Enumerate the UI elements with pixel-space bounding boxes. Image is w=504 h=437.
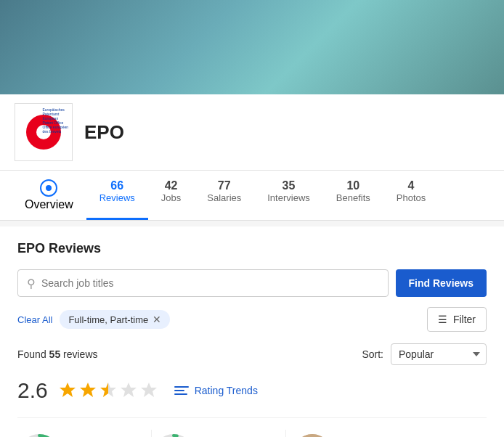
ceo-avatar [292,434,333,437]
tab-salaries-count: 77 [207,179,241,192]
tab-overview[interactable]: Overview [12,171,86,220]
tab-reviews[interactable]: 66 Reviews [86,171,148,220]
sort-label: Sort: [362,348,383,360]
filter-button-label: Filter [453,314,476,325]
tab-benefits-count: 10 [336,179,370,192]
star-1 [58,381,77,400]
results-row: Found 55 reviews Sort: Popular Recent Hi… [17,343,487,365]
star-3 [99,381,118,400]
svg-marker-2 [100,383,116,397]
recommend-circle: 27% [17,433,61,437]
recommend-stat: 27% Recommend to a Friend [17,430,152,437]
find-reviews-button[interactable]: Find Reviews [396,269,487,297]
active-filter-chip: Full-time, Part-time ✕ [60,310,170,329]
approve-stat: 3% Approve of CEO [152,430,286,437]
rating-trends-icon [174,385,189,396]
approve-circle: 3% [152,433,195,437]
tab-interviews-label: Interviews [267,192,310,203]
filter-icon: ☰ [438,314,447,325]
found-suffix: reviews [63,348,97,360]
tab-photos-label: Photos [397,192,426,203]
star-2 [78,381,97,400]
sort-select[interactable]: Popular Recent Highest Rating Lowest Rat… [391,343,487,365]
section-title: EPO Reviews [17,241,487,256]
svg-point-9 [292,434,333,437]
stats-row: 27% Recommend to a Friend 3% Approve [17,417,487,437]
ceo-stat: Benoît Battistelli 23 Ratings [286,430,487,437]
star-4 [119,381,138,400]
tab-reviews-label: Reviews [99,192,135,203]
tab-interviews[interactable]: 35 Interviews [254,171,323,220]
found-prefix: Found [17,348,46,360]
svg-marker-0 [60,383,76,397]
company-banner [0,0,504,94]
filter-chip-label: Full-time, Part-time [68,314,148,325]
overview-dot [46,185,52,191]
star-rating [58,381,158,400]
sort-row: Sort: Popular Recent Highest Rating Lowe… [362,343,487,365]
tab-jobs-label: Jobs [161,192,181,203]
company-logo: EuropäischesPatentamtEuropeanPatent Offi… [15,103,73,161]
search-input[interactable] [41,270,379,296]
tab-benefits[interactable]: 10 Benefits [323,171,383,220]
tab-photos[interactable]: 4 Photos [383,171,439,220]
found-count: 55 [49,348,61,360]
rating-number: 2.6 [17,378,48,403]
tab-overview-label: Overview [25,198,73,211]
tabs-bar: Overview 66 Reviews 42 Jobs 77 Salaries … [0,171,504,221]
logo-text: EuropäischesPatentamtEuropeanPatent Offi… [43,107,69,134]
tab-reviews-count: 66 [99,179,135,192]
svg-marker-4 [141,383,157,397]
svg-marker-1 [80,383,96,397]
company-header: EuropäischesPatentamtEuropeanPatent Offi… [0,94,504,171]
tab-benefits-label: Benefits [336,192,370,203]
search-icon: ⚲ [27,277,36,290]
rating-overview: 2.6 [17,378,487,403]
star-5 [139,381,158,400]
tab-jobs[interactable]: 42 Jobs [148,171,194,220]
tab-jobs-count: 42 [161,179,181,192]
tab-photos-count: 4 [397,179,426,192]
filter-row: Clear All Full-time, Part-time ✕ ☰ Filte… [17,307,487,332]
search-input-wrap: ⚲ [17,269,389,297]
filter-chip-remove[interactable]: ✕ [153,314,161,325]
tab-interviews-count: 35 [267,179,310,192]
company-name: EPO [84,121,124,144]
filter-button[interactable]: ☰ Filter [427,307,487,332]
found-text: Found 55 reviews [17,348,98,360]
clear-all-link[interactable]: Clear All [17,314,52,325]
overview-icon [40,179,57,197]
svg-marker-3 [121,383,137,397]
rating-trends-label: Rating Trends [195,385,258,396]
search-row: ⚲ Find Reviews [17,269,487,297]
filter-left: Clear All Full-time, Part-time ✕ [17,310,170,329]
tab-salaries-label: Salaries [207,192,241,203]
tab-salaries[interactable]: 77 Salaries [194,171,254,220]
reviews-content: EPO Reviews ⚲ Find Reviews Clear All Ful… [0,226,504,437]
rating-trends-link[interactable]: Rating Trends [174,385,258,396]
